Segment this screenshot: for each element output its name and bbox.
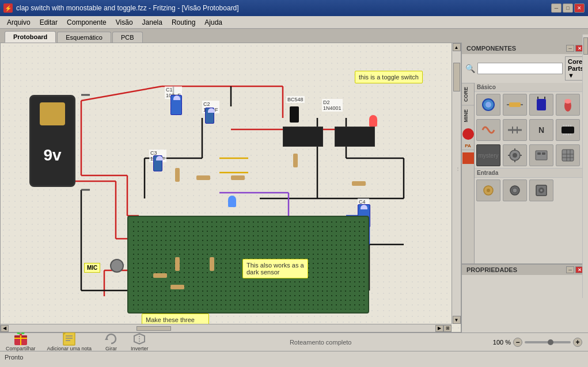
comp-cell-2[interactable] bbox=[503, 94, 527, 116]
pa-nav-item[interactable]: PA bbox=[462, 142, 474, 150]
arduino-icon[interactable] bbox=[462, 128, 474, 140]
panel-minimize-btn[interactable]: ─ bbox=[566, 45, 574, 52]
props-minimize-btn[interactable]: ─ bbox=[566, 266, 574, 273]
tab-esquematico[interactable]: Esquemático bbox=[57, 32, 111, 43]
basico-section-label: Básico bbox=[475, 83, 588, 92]
core-nav-item[interactable]: CORE bbox=[462, 83, 474, 105]
status-bar: Pronto bbox=[0, 351, 588, 362]
led-blue[interactable] bbox=[228, 196, 236, 207]
resistor-1[interactable] bbox=[175, 168, 180, 182]
comp-cell-13[interactable] bbox=[476, 179, 500, 201]
minimize-button[interactable]: ─ bbox=[551, 3, 562, 13]
h-scroll-thumb[interactable] bbox=[136, 326, 171, 331]
capacitor-c2[interactable] bbox=[205, 108, 214, 124]
comp-cell-5[interactable] bbox=[476, 119, 500, 141]
tab-protoboard[interactable]: Protoboard bbox=[5, 31, 56, 43]
components-row-3: mystery bbox=[475, 143, 588, 168]
window-title: clap switch with monostable and toggle.f… bbox=[16, 4, 239, 12]
girar-button[interactable]: Girar bbox=[103, 332, 119, 351]
inverter-label: Inverter bbox=[131, 346, 149, 351]
led-red[interactable] bbox=[369, 115, 377, 127]
resistor-10[interactable] bbox=[352, 181, 366, 186]
red-brand-icon[interactable] bbox=[462, 152, 474, 164]
comp-cell-3[interactable] bbox=[529, 94, 553, 116]
ic-chip-1[interactable] bbox=[283, 127, 323, 147]
comp-cell-8[interactable] bbox=[556, 119, 580, 141]
capacitor-c1[interactable] bbox=[170, 95, 182, 115]
comp-cell-6[interactable] bbox=[503, 119, 527, 141]
tab-bar: Protoboard Esquemático PCB bbox=[0, 29, 588, 43]
annotation-toggle[interactable]: this is a toggle switch bbox=[355, 71, 423, 83]
tab-pcb[interactable]: PCB bbox=[112, 32, 143, 43]
canvas-area[interactable]: 9v C1100μF C2100nF C3100nF C41μF BC548 D… bbox=[0, 43, 461, 332]
bc548-label: BC548 bbox=[286, 96, 305, 103]
zoom-out-btn[interactable]: − bbox=[513, 338, 522, 347]
search-icon[interactable]: 🔍 bbox=[465, 64, 475, 73]
menu-arquivo[interactable]: Arquivo bbox=[2, 17, 35, 28]
inverter-button[interactable]: Inverter bbox=[131, 332, 149, 351]
comp-cell-12[interactable] bbox=[556, 144, 580, 166]
v-scrollbar[interactable]: ▲ ⋮ ▼ bbox=[452, 43, 461, 324]
svg-rect-51 bbox=[509, 102, 521, 107]
menu-janela[interactable]: Janela bbox=[138, 17, 167, 28]
h-scroll-track bbox=[9, 326, 435, 331]
resistor-5[interactable] bbox=[210, 257, 214, 271]
components-row-1 bbox=[475, 92, 588, 117]
scroll-right-btn[interactable]: ▶ bbox=[435, 325, 443, 332]
properties-panel: PROPRIEDADES ─ ✕ bbox=[462, 263, 588, 332]
svg-rect-80 bbox=[562, 150, 574, 161]
maximize-button[interactable]: □ bbox=[563, 3, 573, 13]
note-icon bbox=[61, 332, 77, 345]
resistor-2[interactable] bbox=[196, 175, 210, 180]
resistor-6[interactable] bbox=[153, 273, 167, 278]
comp-cell-15[interactable] bbox=[529, 179, 553, 201]
properties-title: PROPRIEDADES bbox=[466, 266, 517, 273]
panel-v-scrollbar[interactable] bbox=[582, 83, 588, 263]
search-bar: 🔍 Core Parts ▼ ☰ bbox=[462, 54, 588, 83]
entrada-section-label: Entrada bbox=[475, 168, 588, 178]
battery-component[interactable]: 9v bbox=[29, 95, 75, 187]
components-grid-area: Básico bbox=[475, 83, 588, 263]
rotate-icon bbox=[103, 332, 119, 345]
mine-nav-item[interactable]: MINE bbox=[462, 105, 474, 126]
resistor-9[interactable] bbox=[293, 154, 298, 167]
zoom-slider[interactable] bbox=[525, 341, 571, 343]
svg-point-88 bbox=[513, 188, 517, 193]
v-scroll-thumb[interactable] bbox=[453, 63, 460, 91]
capacitor-c3[interactable] bbox=[153, 155, 162, 171]
comp-cell-1[interactable] bbox=[476, 94, 500, 116]
bc548-transistor[interactable] bbox=[290, 106, 299, 123]
menu-componente[interactable]: Componente bbox=[62, 17, 111, 28]
annotation-dark-sensor[interactable]: This also works as adark sensor bbox=[242, 259, 308, 278]
ic-chip-2[interactable] bbox=[335, 127, 375, 147]
zoom-thumb[interactable] bbox=[548, 339, 553, 345]
menu-ajuda[interactable]: Ajuda bbox=[200, 17, 227, 28]
close-button[interactable]: ✕ bbox=[574, 3, 585, 13]
comp-cell-7[interactable]: N bbox=[529, 119, 553, 141]
resistor-4[interactable] bbox=[175, 257, 180, 271]
svg-rect-62 bbox=[562, 127, 574, 133]
comp-cell-11[interactable] bbox=[529, 144, 553, 166]
comp-cell-14[interactable] bbox=[503, 179, 527, 201]
zoom-in-btn[interactable]: + bbox=[573, 338, 582, 347]
svg-line-0 bbox=[81, 86, 162, 101]
comp-cell-10[interactable] bbox=[503, 144, 527, 166]
comp-cell-4[interactable] bbox=[556, 94, 580, 116]
scroll-left-btn[interactable]: ◀ bbox=[1, 325, 9, 332]
scroll-down-btn[interactable]: ▼ bbox=[453, 316, 461, 324]
properties-content bbox=[462, 275, 588, 327]
menu-editar[interactable]: Editar bbox=[35, 17, 62, 28]
scroll-up-btn[interactable]: ▲ bbox=[453, 43, 461, 51]
resistor-7[interactable] bbox=[170, 285, 184, 289]
mystery-comp-cell[interactable]: mystery bbox=[476, 144, 500, 166]
resistor-3[interactable] bbox=[231, 175, 245, 180]
menu-routing[interactable]: Routing bbox=[167, 17, 200, 28]
microphone[interactable] bbox=[110, 259, 124, 273]
h-scrollbar[interactable]: ◀ ▶ ⊞ bbox=[1, 324, 452, 332]
menu-visao[interactable]: Visão bbox=[111, 17, 138, 28]
routing-status: Roteamento completo bbox=[160, 339, 481, 346]
main-layout: 9v C1100μF C2100nF C3100nF C41μF BC548 D… bbox=[0, 43, 588, 332]
nota-button[interactable]: Adicionar uma nota bbox=[47, 332, 92, 351]
compartilhar-button[interactable]: Compartilhar bbox=[6, 332, 36, 351]
search-input[interactable] bbox=[477, 63, 563, 74]
